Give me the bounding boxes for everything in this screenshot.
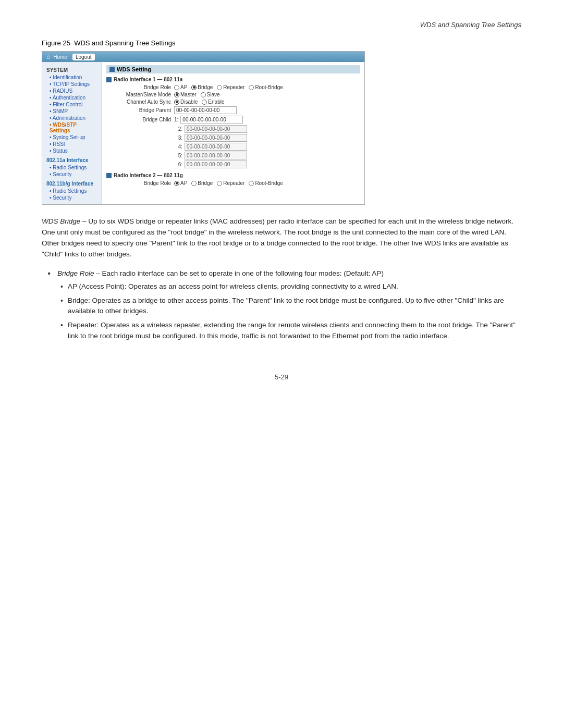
sub-bullet-list: AP (Access Point): Operates as an access… xyxy=(68,281,521,342)
radio-label-bridge: Bridge xyxy=(198,84,213,90)
bridge-child-6-input[interactable] xyxy=(185,161,247,168)
bullet-list: Bridge Role – Each radio interface can b… xyxy=(57,268,521,342)
radio-option-root-bridge[interactable]: Root-Bridge xyxy=(249,84,283,90)
logout-button[interactable]: Logout xyxy=(72,54,95,60)
radio-option-repeater[interactable]: Repeater xyxy=(217,84,244,90)
sidebar-item-filter[interactable]: • Filter Control xyxy=(42,101,102,108)
channel-sync-row: Channel Auto Sync Disable Enable xyxy=(106,99,360,105)
radio-circle-bridge[interactable] xyxy=(191,85,197,90)
radio-circle-repeater[interactable] xyxy=(217,85,222,90)
radio-option-slave[interactable]: Slave xyxy=(201,92,220,97)
bridge-role-row: Bridge Role AP Bridge xyxy=(106,84,360,90)
sidebar-item-identification[interactable]: • Identification xyxy=(42,74,102,81)
wds-heading: WDS Setting xyxy=(106,65,360,73)
radio2-circle-ap[interactable] xyxy=(174,181,179,186)
sidebar-item-authentication[interactable]: • Authentication xyxy=(42,94,102,101)
sub-bullet-ap: AP (Access Point): Operates as an access… xyxy=(68,281,521,292)
radio-option-ap[interactable]: AP xyxy=(174,84,187,90)
sidebar-item-rssi[interactable]: • RSSI xyxy=(42,141,102,147)
master-slave-label: Master/Slave Mode xyxy=(106,92,174,97)
sidebar-item-tcpip[interactable]: • TCP/IP Settings xyxy=(42,81,102,88)
bridge-child-6-row: 6: xyxy=(174,161,360,168)
bridge-role-label: Bridge Role xyxy=(106,84,174,90)
sub-bullet-repeater: Repeater: Operates as a wireless repeate… xyxy=(68,320,521,342)
radio-option-master[interactable]: Master xyxy=(174,92,197,97)
radio-circle-root-bridge[interactable] xyxy=(249,85,254,90)
sidebar-item-security-bg[interactable]: • Security xyxy=(42,194,102,201)
page-number: 5-29 xyxy=(275,373,288,381)
radio-circle-disable[interactable] xyxy=(174,100,179,105)
radio2-label-repeater: Repeater xyxy=(223,180,244,186)
radio2-option-repeater[interactable]: Repeater xyxy=(217,180,244,186)
system-section-title: SYSTEM xyxy=(42,65,102,74)
radio1-title: Radio Interface 1 — 802 11a xyxy=(106,77,360,82)
radio2-option-ap[interactable]: AP xyxy=(174,180,187,186)
bridge-parent-row: Bridge Parent xyxy=(106,106,360,114)
radio2-circle-root-bridge[interactable] xyxy=(249,181,254,186)
radio-label-ap: AP xyxy=(180,84,187,90)
figure-label: Figure 25 WDS and Spanning Tree Settings xyxy=(42,39,521,47)
header-title: WDS and Spanning Tree Settings xyxy=(420,21,521,29)
radio2-option-root-bridge[interactable]: Root-Bridge xyxy=(249,180,283,186)
master-slave-row: Master/Slave Mode Master Slave xyxy=(106,92,360,97)
body-intro-text: WDS Bridge – Up to six WDS bridge or rep… xyxy=(42,216,521,260)
home-icon[interactable]: ⌂ xyxy=(46,53,50,60)
bridge-child-5-input[interactable] xyxy=(185,152,247,159)
radio2-circle-bridge[interactable] xyxy=(191,181,197,186)
radio-option-enable[interactable]: Enable xyxy=(202,99,224,105)
child-num-5: 5: xyxy=(174,153,185,158)
bridge-child-2-input[interactable] xyxy=(185,125,247,133)
radio2-circle-repeater[interactable] xyxy=(217,181,222,186)
sub-bullet-bridge: Bridge: Operates as a bridge to other ac… xyxy=(68,295,521,317)
bridge-child-2-row: 2: xyxy=(174,125,360,133)
sidebar-item-security-a[interactable]: • Security xyxy=(42,171,102,178)
sidebar-item-snmp[interactable]: • SNMP xyxy=(42,108,102,115)
radio2-title: Radio Interface 2 — 802 11g xyxy=(106,172,360,178)
channel-sync-options: Disable Enable xyxy=(174,99,225,105)
radio-circle-enable[interactable] xyxy=(202,100,207,105)
bullet-item-bridge-role: Bridge Role – Each radio interface can b… xyxy=(57,268,521,342)
page-footer: 5-29 xyxy=(42,373,521,381)
sidebar-item-radio-settings-a[interactable]: • Radio Settings xyxy=(42,164,102,171)
ui-content: WDS Setting Radio Interface 1 — 802 11a … xyxy=(102,62,364,204)
bridge-role-2-row: Bridge Role AP Bridge xyxy=(106,180,360,186)
radio-circle-ap[interactable] xyxy=(174,85,179,90)
radio-label-enable: Enable xyxy=(208,99,224,105)
radio1-icon xyxy=(106,77,112,82)
home-label[interactable]: Home xyxy=(53,54,67,60)
sidebar-item-administration[interactable]: • Administration xyxy=(42,115,102,121)
sidebar-item-wds[interactable]: • WDS/STP Settings xyxy=(42,121,102,134)
figure-caption: WDS and Spanning Tree Settings xyxy=(74,39,175,47)
sidebar-item-status[interactable]: • Status xyxy=(42,147,102,154)
sidebar-item-radio-settings-bg[interactable]: • Radio Settings xyxy=(42,188,102,194)
radio-circle-master[interactable] xyxy=(174,92,179,97)
bullet-italic-bridge-role: Bridge Role xyxy=(57,269,94,277)
wds-heading-label: WDS Setting xyxy=(117,66,151,72)
bridge-parent-input[interactable] xyxy=(174,106,237,114)
bridge-child-3-input[interactable] xyxy=(185,134,247,142)
bridge-child-4-input[interactable] xyxy=(185,143,247,151)
bridge-parent-label: Bridge Parent xyxy=(106,107,174,113)
radio-interface-1-section: Radio Interface 1 — 802 11a Bridge Role … xyxy=(106,77,360,168)
iface-80211a-title: 802.11a Interface xyxy=(42,154,102,164)
bridge-role-options: AP Bridge Repeater xyxy=(174,84,283,90)
child-num-3: 3: xyxy=(174,135,185,141)
bridge-role-2-options: AP Bridge Repeater xyxy=(174,180,283,186)
radio2-title-label: Radio Interface 2 — 802 11g xyxy=(114,172,183,178)
radio-circle-slave[interactable] xyxy=(201,92,206,97)
ui-top-bar: ⌂ Home Logout xyxy=(42,52,364,62)
bridge-child-1-row: 1: xyxy=(174,116,243,124)
radio-interface-2-section: Radio Interface 2 — 802 11g Bridge Role … xyxy=(106,172,360,186)
radio-option-disable[interactable]: Disable xyxy=(174,99,198,105)
child-num-4: 4: xyxy=(174,144,185,150)
figure-number: Figure 25 xyxy=(42,39,70,47)
radio2-option-bridge[interactable]: Bridge xyxy=(191,180,213,186)
bridge-child-1-input[interactable] xyxy=(180,116,243,124)
sidebar-item-radius[interactable]: • RADIUS xyxy=(42,88,102,94)
sidebar-item-syslog[interactable]: • Syslog Set-up xyxy=(42,134,102,141)
bridge-child-3-row: 3: xyxy=(174,134,360,142)
radio2-label-ap: AP xyxy=(180,180,187,186)
radio-label-repeater: Repeater xyxy=(223,84,244,90)
radio-option-bridge[interactable]: Bridge xyxy=(191,84,213,90)
body-intro-italic: WDS Bridge xyxy=(42,217,80,225)
